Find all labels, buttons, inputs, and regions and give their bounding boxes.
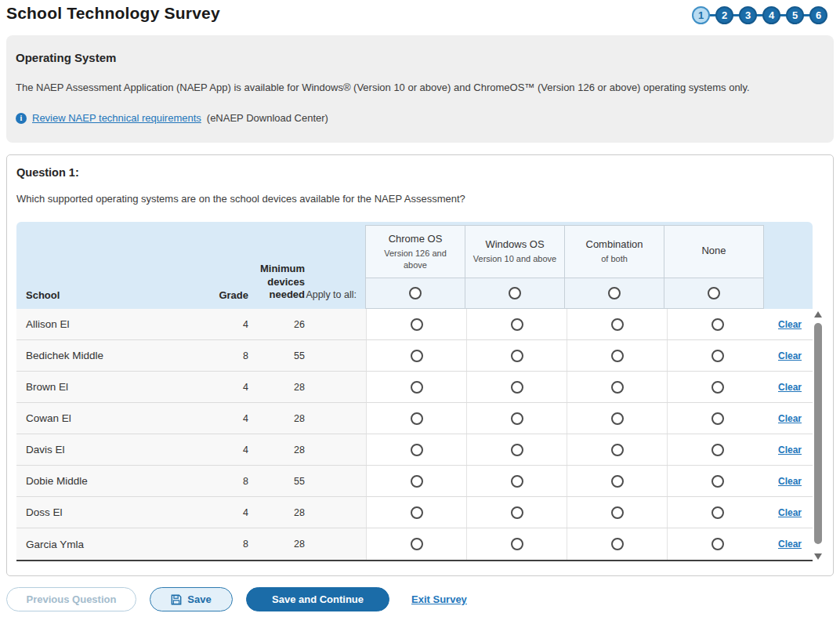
radio-chrome-os[interactable] <box>411 350 423 362</box>
radio-combination[interactable] <box>611 412 624 425</box>
scroll-thumb[interactable] <box>814 323 822 544</box>
school-cell: Doss El <box>16 497 205 528</box>
review-requirements-link[interactable]: Review NAEP technical requirements <box>32 112 201 124</box>
radio-none[interactable] <box>711 318 724 331</box>
radio-windows-os[interactable] <box>511 350 523 362</box>
radio-cell-windows-os[interactable] <box>466 497 567 528</box>
radio-cell-chrome-os[interactable] <box>366 497 466 528</box>
radio-cell-combination[interactable] <box>567 497 667 528</box>
radio-cell-windows-os[interactable] <box>466 403 567 434</box>
radio-none[interactable] <box>711 381 724 394</box>
step-2[interactable]: 2 <box>715 6 733 24</box>
radio-chrome-os[interactable] <box>411 412 423 425</box>
clear-link[interactable]: Clear <box>778 319 802 330</box>
apply-all-radio-windows-os[interactable] <box>509 287 521 299</box>
radio-cell-windows-os[interactable] <box>466 340 567 371</box>
radio-combination[interactable] <box>611 350 624 362</box>
save-and-continue-button[interactable]: Save and Continue <box>246 587 389 611</box>
radio-windows-os[interactable] <box>511 412 523 425</box>
radio-combination[interactable] <box>611 538 624 550</box>
radio-chrome-os[interactable] <box>411 538 423 550</box>
radio-none[interactable] <box>711 538 724 550</box>
radio-chrome-os[interactable] <box>411 381 423 394</box>
apply-all-radio-chrome-os[interactable] <box>409 287 422 299</box>
scroll-up-icon[interactable] <box>814 311 822 318</box>
radio-cell-none[interactable] <box>667 372 767 402</box>
radio-combination[interactable] <box>611 475 624 488</box>
devices-cell: 28 <box>248 497 305 528</box>
step-6[interactable]: 6 <box>809 6 827 24</box>
row-spacer <box>357 466 366 496</box>
apply-all-radio-combination[interactable] <box>608 287 621 299</box>
radio-cell-chrome-os[interactable] <box>366 403 466 434</box>
radio-cell-none[interactable] <box>667 403 767 434</box>
radio-windows-os[interactable] <box>511 506 523 519</box>
radio-combination[interactable] <box>611 318 624 331</box>
radio-cell-windows-os[interactable] <box>466 372 567 402</box>
radio-cell-chrome-os[interactable] <box>366 528 466 560</box>
radio-cell-none[interactable] <box>667 466 767 496</box>
radio-cell-combination[interactable] <box>567 309 667 339</box>
radio-cell-combination[interactable] <box>567 403 667 434</box>
radio-cell-windows-os[interactable] <box>466 309 567 339</box>
radio-cell-chrome-os[interactable] <box>366 466 466 496</box>
radio-none[interactable] <box>711 475 724 488</box>
radio-cell-combination[interactable] <box>567 434 667 465</box>
radio-cell-none[interactable] <box>667 340 767 371</box>
devices-cell: 28 <box>248 528 305 560</box>
radio-chrome-os[interactable] <box>411 444 423 456</box>
radio-cell-combination[interactable] <box>567 372 667 402</box>
radio-windows-os[interactable] <box>511 318 523 331</box>
exit-survey-link[interactable]: Exit Survey <box>411 593 467 605</box>
radio-none[interactable] <box>711 350 724 362</box>
scroll-down-icon[interactable] <box>814 553 822 560</box>
radio-cell-none[interactable] <box>667 528 767 560</box>
radio-combination[interactable] <box>611 506 624 519</box>
apply-all-radio-cell[interactable] <box>465 278 564 308</box>
radio-cell-windows-os[interactable] <box>466 434 567 465</box>
radio-windows-os[interactable] <box>511 381 523 394</box>
radio-cell-windows-os[interactable] <box>466 528 567 560</box>
radio-cell-chrome-os[interactable] <box>366 434 466 465</box>
radio-none[interactable] <box>711 412 724 425</box>
previous-question-button[interactable]: Previous Question <box>6 587 136 611</box>
clear-link[interactable]: Clear <box>778 507 802 518</box>
step-4[interactable]: 4 <box>762 6 780 24</box>
radio-chrome-os[interactable] <box>411 475 423 488</box>
radio-none[interactable] <box>711 444 724 456</box>
radio-cell-chrome-os[interactable] <box>366 309 466 339</box>
step-1[interactable]: 1 <box>692 6 710 24</box>
radio-cell-windows-os[interactable] <box>466 466 567 496</box>
radio-cell-none[interactable] <box>667 434 767 465</box>
radio-cell-chrome-os[interactable] <box>366 372 466 402</box>
apply-all-radio-cell[interactable] <box>664 278 763 308</box>
clear-link[interactable]: Clear <box>778 413 802 424</box>
step-3[interactable]: 3 <box>739 6 757 24</box>
radio-windows-os[interactable] <box>511 475 523 488</box>
radio-windows-os[interactable] <box>511 538 523 550</box>
apply-all-radio-none[interactable] <box>708 287 720 299</box>
radio-combination[interactable] <box>611 444 624 456</box>
table-row: Garcia Ymla 8 28 Clear <box>16 528 813 560</box>
clear-link[interactable]: Clear <box>778 444 802 455</box>
radio-windows-os[interactable] <box>511 444 523 456</box>
apply-all-radio-cell[interactable] <box>565 278 664 308</box>
radio-cell-none[interactable] <box>667 309 767 339</box>
save-button[interactable]: Save <box>150 587 233 611</box>
radio-chrome-os[interactable] <box>411 506 423 519</box>
step-5[interactable]: 5 <box>786 6 804 24</box>
clear-link[interactable]: Clear <box>778 350 802 361</box>
clear-link[interactable]: Clear <box>778 382 802 393</box>
radio-cell-combination[interactable] <box>567 340 667 371</box>
radio-cell-combination[interactable] <box>567 528 667 560</box>
apply-all-radio-cell[interactable] <box>366 278 465 308</box>
clear-link[interactable]: Clear <box>778 476 802 487</box>
radio-none[interactable] <box>711 506 724 519</box>
radio-cell-combination[interactable] <box>567 466 667 496</box>
radio-chrome-os[interactable] <box>411 318 423 331</box>
radio-combination[interactable] <box>611 381 624 394</box>
radio-cell-chrome-os[interactable] <box>366 340 466 371</box>
table-scrollbar[interactable] <box>813 309 824 561</box>
radio-cell-none[interactable] <box>667 497 767 528</box>
clear-link[interactable]: Clear <box>778 539 802 550</box>
